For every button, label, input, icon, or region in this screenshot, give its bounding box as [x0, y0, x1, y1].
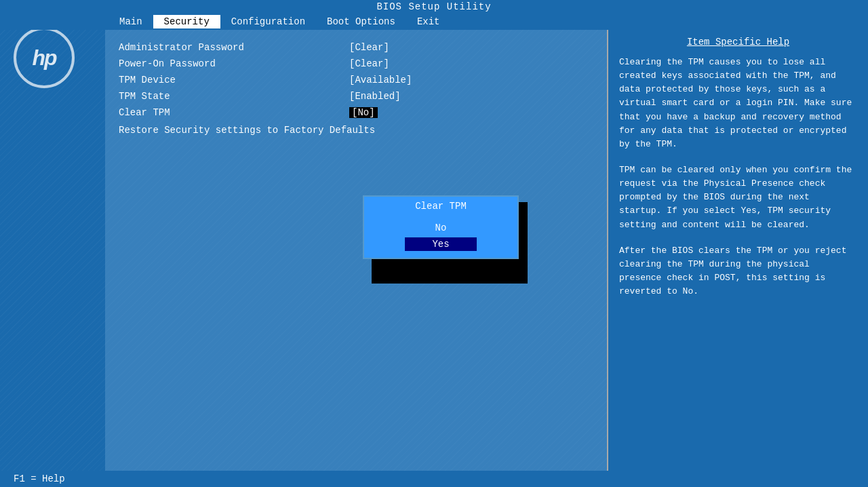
- tpm-device-value: [Available]: [349, 75, 412, 85]
- tpm-device-label: TPM Device: [119, 75, 349, 85]
- hp-logo-text: hp: [32, 45, 56, 71]
- left-panel: Administrator Password [Clear] Power-On …: [105, 30, 607, 487]
- table-row: TPM State [Enabled]: [119, 88, 593, 104]
- dialog-title: Clear TPM: [364, 197, 517, 216]
- dialog-body: No Yes: [364, 216, 517, 258]
- help-paragraph-1: Clearing the TPM causes you to lose all …: [619, 56, 857, 151]
- f1-help-hint: F1 = Help: [14, 473, 65, 484]
- tpm-state-label: TPM State: [119, 91, 349, 102]
- power-on-password-label: Power-On Password: [119, 58, 349, 69]
- admin-password-value: [Clear]: [349, 42, 389, 53]
- table-row: TPM Device [Available]: [119, 72, 593, 88]
- dialog-option-yes[interactable]: Yes: [405, 237, 476, 251]
- settings-table: Administrator Password [Clear] Power-On …: [119, 39, 593, 138]
- menu-item-security[interactable]: Security: [153, 15, 220, 28]
- menu-item-configuration[interactable]: Configuration: [220, 15, 316, 28]
- power-on-password-value: [Clear]: [349, 58, 389, 69]
- clear-tpm-label: Clear TPM: [119, 107, 349, 118]
- help-title: Item Specific Help: [619, 37, 857, 47]
- menu-item-main[interactable]: Main: [108, 15, 153, 28]
- restore-defaults-label: Restore Security settings to Factory Def…: [119, 125, 375, 136]
- bios-title: BIOS Setup Utility: [376, 1, 491, 12]
- tpm-state-value: [Enabled]: [349, 91, 401, 102]
- table-row[interactable]: Clear TPM [No]: [119, 104, 593, 121]
- dialog-option-no[interactable]: No: [408, 221, 474, 235]
- hp-logo-circle: hp: [14, 27, 75, 88]
- admin-password-label: Administrator Password: [119, 42, 349, 53]
- menu-item-exit[interactable]: Exit: [406, 15, 451, 28]
- hp-logo: hp: [7, 20, 81, 95]
- menu-bar: Main Security Configuration Boot Options…: [0, 14, 868, 30]
- restore-defaults-row[interactable]: Restore Security settings to Factory Def…: [119, 122, 593, 138]
- menu-item-boot-options[interactable]: Boot Options: [316, 15, 406, 28]
- clear-tpm-value[interactable]: [No]: [349, 107, 378, 118]
- help-panel: Item Specific Help Clearing the TPM caus…: [607, 30, 868, 487]
- bottom-bar: F1 = Help: [0, 471, 868, 487]
- title-bar: BIOS Setup Utility: [0, 0, 868, 14]
- bios-screen: hp BIOS Setup Utility Main Security Conf…: [0, 0, 868, 487]
- table-row: Power-On Password [Clear]: [119, 56, 593, 72]
- table-row: Administrator Password [Clear]: [119, 39, 593, 56]
- clear-tpm-dialog: Clear TPM No Yes: [363, 195, 519, 259]
- help-paragraph-2: TPM can be cleared only when you confirm…: [619, 163, 857, 232]
- help-paragraph-3: After the BIOS clears the TPM or you rej…: [619, 244, 857, 299]
